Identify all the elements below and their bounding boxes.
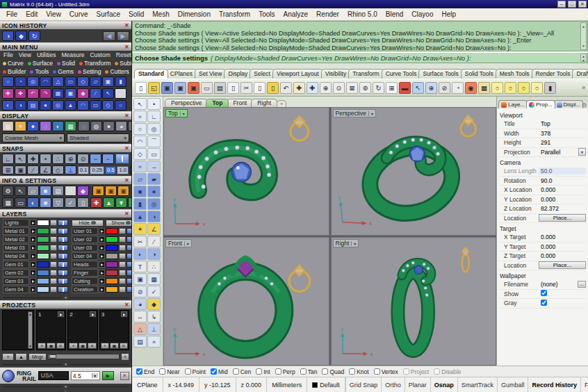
snaps-header[interactable]: SNAPS✕	[0, 144, 131, 152]
layer-flyout-icon[interactable]	[99, 270, 105, 276]
close-icon[interactable]: ✕	[124, 113, 129, 119]
minimize-button[interactable]: –	[557, 1, 566, 8]
point-icon[interactable]: •	[147, 98, 161, 110]
status-toggle[interactable]: Record History	[528, 377, 580, 392]
toolbar-tab[interactable]: Visibility	[321, 69, 351, 79]
menu-item[interactable]: Edit	[22, 10, 42, 19]
command-scrollbar[interactable]: ▲▼	[580, 22, 587, 50]
project-new-button[interactable]: +	[2, 353, 14, 361]
open-file-icon[interactable]: ◱	[148, 82, 160, 94]
lock-icon[interactable]	[119, 278, 126, 284]
project-flyout-icon[interactable]	[121, 311, 127, 317]
main-menu-icon[interactable]: ▱	[90, 76, 101, 87]
Finger[interactable]: Finger	[72, 269, 132, 277]
osnap-checkbox[interactable]	[159, 368, 165, 375]
info-settings-header[interactable]: INFO & SETTINGS✕	[0, 176, 131, 184]
project-flyout-icon[interactable]	[90, 311, 96, 317]
close-icon[interactable]: ✕	[124, 211, 129, 217]
project-delete-button[interactable]: ✕	[56, 343, 65, 349]
snap-project-icon[interactable]: ⊞	[2, 165, 14, 174]
lock-icon[interactable]	[50, 228, 57, 234]
property-row[interactable]: Rotation 90.0	[499, 177, 586, 186]
properties-page-icon[interactable]: ▯	[227, 82, 239, 94]
layer-color-swatch[interactable]	[37, 236, 49, 243]
projects-slider[interactable]	[48, 354, 120, 359]
project-add-button[interactable]: +	[101, 343, 109, 349]
toolbar-tab[interactable]: Set View	[195, 69, 226, 79]
property-row-projection[interactable]: Projection Parallel ▾	[499, 148, 586, 158]
menu-item[interactable]: Solid	[124, 10, 148, 19]
car-icon[interactable]: ▬	[399, 82, 411, 94]
save-as-icon[interactable]: ▣	[188, 82, 199, 94]
Creation[interactable]: Creation	[72, 286, 132, 293]
osnap-checkbox[interactable]	[211, 368, 217, 375]
layer-color-swatch[interactable]	[106, 236, 118, 243]
anim-down-icon[interactable]: ▼	[115, 197, 127, 208]
viewport-tab-right[interactable]: Right	[251, 99, 277, 107]
snap-mid-icon[interactable]: •	[40, 154, 51, 164]
settings-check-icon[interactable]: ✓	[65, 197, 76, 208]
settings-grid-icon[interactable]: ▦	[2, 197, 14, 208]
array-icon[interactable]: ▦	[147, 273, 161, 285]
revert-icon[interactable]: ▭	[201, 82, 213, 94]
layer-visibility-toggle[interactable]	[58, 270, 68, 276]
property-value[interactable]: Top	[539, 120, 586, 127]
menu-item[interactable]: Curve	[65, 10, 92, 19]
explode-icon[interactable]: ✶	[133, 223, 147, 235]
property-value[interactable]: 291	[539, 139, 586, 146]
osnap-toggle[interactable]: Project	[403, 368, 429, 375]
cylinder-icon[interactable]: ▮	[133, 198, 147, 210]
main-menu-item[interactable]: File	[3, 51, 13, 58]
shade-mode-dropdown[interactable]: Shaded▾	[67, 133, 129, 142]
more-tools-icon[interactable]: »	[147, 336, 161, 348]
project-append-button[interactable]: +	[121, 353, 129, 361]
project-delete-button[interactable]: ✕	[120, 343, 128, 349]
viewport-label-right[interactable]: Right▾	[333, 239, 359, 247]
conic-icon[interactable]: ⌒	[147, 136, 161, 147]
display-environment-icon[interactable]: ◐	[52, 121, 64, 131]
main-menu-icon[interactable]: ●	[115, 88, 126, 99]
toolbar-tab[interactable]: Viewport Layout	[272, 69, 323, 79]
ring-size-dropdown[interactable]: 4.5▾	[71, 371, 100, 380]
main-menu-item[interactable]: Reset	[116, 51, 131, 58]
property-value[interactable]: 378	[539, 130, 586, 137]
project-delete-button[interactable]: ✕	[88, 343, 96, 349]
layer-visibility-toggle[interactable]	[58, 261, 68, 268]
layer-flyout-icon[interactable]	[99, 228, 105, 234]
layer-color-swatch[interactable]	[37, 228, 49, 234]
main-menu-icon[interactable]: ◠	[77, 100, 89, 111]
lock-icon[interactable]	[50, 236, 57, 243]
lock-icon[interactable]	[50, 253, 57, 259]
layer-flyout-icon[interactable]	[30, 236, 36, 243]
menu-item[interactable]: Render	[312, 10, 343, 19]
property-value[interactable]: 0.000	[539, 196, 586, 203]
close-icon[interactable]: ✕	[124, 145, 129, 152]
display-header[interactable]: DISPLAY✕	[0, 111, 131, 120]
osnap-toggle[interactable]: End	[136, 368, 154, 375]
menu-item[interactable]: Mesh	[148, 10, 173, 19]
layer-visibility-toggle[interactable]	[126, 236, 132, 243]
wallpaper-gray-checkbox[interactable]	[541, 300, 547, 306]
viewport-label-perspective[interactable]: Perspective▾	[333, 109, 376, 117]
cut-icon[interactable]: ✂	[240, 82, 252, 94]
menu-item[interactable]: Blend	[382, 10, 408, 19]
layers-header[interactable]: LAYERS✕	[0, 209, 131, 218]
main-menu-icon[interactable]: ○	[2, 76, 14, 87]
layer-visibility-toggle[interactable]	[126, 253, 132, 259]
menu-item[interactable]: Analyze	[279, 10, 313, 19]
fillet-icon[interactable]: ∠	[147, 223, 161, 235]
chevron-down-icon[interactable]: ▾	[184, 241, 189, 246]
ellipse-icon[interactable]: ◎	[147, 123, 161, 135]
property-row[interactable]: X Target 0.000	[499, 233, 586, 243]
property-row[interactable]: Lens Length 50.0	[499, 167, 586, 177]
layer-status-cell[interactable]: Default	[307, 377, 345, 392]
main-menu-item[interactable]: Utilities	[37, 51, 56, 58]
layer-flyout-icon[interactable]	[30, 278, 36, 284]
main-menu-icon[interactable]: ✚	[2, 88, 14, 99]
osnap-checkbox[interactable]	[403, 368, 409, 375]
snap-planar-icon[interactable]: ▣	[15, 165, 26, 174]
leader-icon[interactable]: ↳	[147, 311, 161, 322]
layer-flyout-icon[interactable]	[99, 286, 105, 293]
close-icon[interactable]: ✕	[124, 302, 129, 308]
Cutting[interactable]: Cutting	[72, 277, 132, 285]
